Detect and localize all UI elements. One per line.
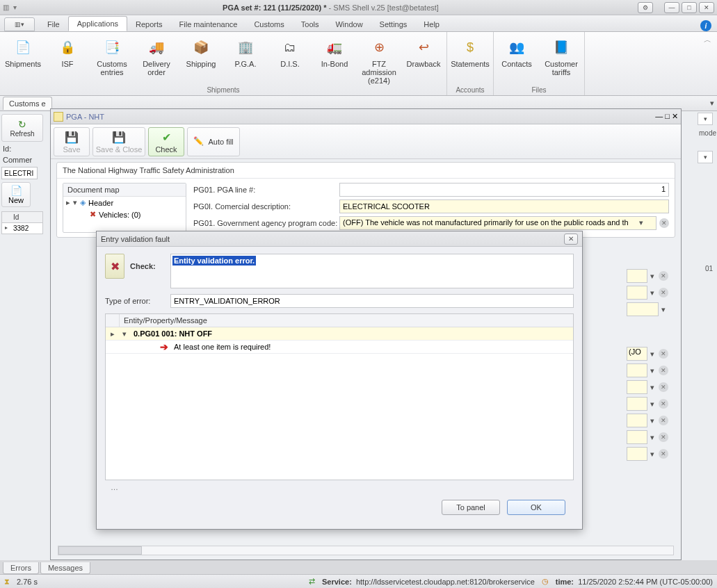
ribbon-item-shipping[interactable]: 📦Shipping (181, 33, 221, 68)
id-column-header: Id (10, 212, 42, 222)
clear-icon[interactable]: ✕ (659, 218, 669, 228)
settings-button[interactable]: ⚙ (638, 2, 653, 13)
child-window-title: PGA - NHT (66, 113, 104, 121)
customs-label: Customsentries (97, 60, 127, 76)
child-minimize-button[interactable]: — (655, 112, 663, 121)
ribbon-item-customs[interactable]: 📑Customsentries (92, 33, 132, 76)
info-icon[interactable]: i (700, 20, 711, 31)
commercial-label: Commer (3, 156, 32, 164)
child-maximize-button[interactable]: □ (665, 112, 670, 121)
ribbon-group-shipments: 📄Shipments🔒ISF📑Customsentries🚚Deliveryor… (0, 32, 447, 95)
statements-label: Statements (451, 60, 490, 68)
quick-access-toolbar: ▥ ▾ (3, 3, 17, 11)
error-row-group[interactable]: ▸▾ 0.PG01 001: NHT OFF (106, 327, 573, 341)
refresh-button[interactable]: ↻ Refresh (1, 114, 43, 142)
menu-reports[interactable]: Reports (127, 17, 171, 31)
commercial-desc-input[interactable] (339, 199, 669, 213)
maximize-button[interactable]: □ (682, 2, 697, 13)
statements-icon: $ (459, 36, 481, 58)
id-label: Id: (3, 145, 11, 153)
tab-errors[interactable]: Errors (3, 562, 39, 574)
status-bar: ⧗ 2.76 s ⇄ Service: http://ldsservicetes… (0, 574, 717, 588)
auto-fill-button[interactable]: ✏️Auto fill (187, 127, 240, 156)
right-panel-collapsed: ▾ mode ▾ 01 (698, 113, 716, 557)
save-button[interactable]: 💾Save (54, 127, 90, 156)
drawback-label: Drawback (407, 60, 441, 68)
right-dropdown-1[interactable]: ▾ (698, 113, 713, 125)
to-panel-button[interactable]: To panel (442, 500, 500, 515)
customs-icon: 📑 (101, 36, 123, 58)
error-type-label: Type of error: (105, 297, 165, 305)
tariffs-icon: 📘 (550, 36, 572, 58)
check-result-icon: ✖ (105, 254, 124, 279)
jo-select[interactable]: (JO (627, 347, 647, 361)
window-titlebar: ▥ ▾ PGA set #: 121 (11/25/2020) * - SMS … (0, 0, 717, 15)
close-button[interactable]: ✕ (699, 2, 714, 13)
ribbon-item-dis[interactable]: 🗂D.I.S. (270, 33, 310, 68)
ftz-label: FTZ admission(e214) (359, 60, 399, 85)
table-row[interactable]: ▸3382 (1, 223, 43, 234)
ribbon-item-contacts[interactable]: 👥Contacts (497, 33, 537, 68)
tab-customs-entry[interactable]: Customs e (3, 97, 52, 110)
ribbon-item-ftz[interactable]: ⊕FTZ admission(e214) (359, 33, 399, 85)
right-dropdown-2[interactable]: ▾ (698, 151, 713, 163)
menu-file-maintenance[interactable]: File maintenance (171, 17, 246, 31)
check-label: Check: (130, 254, 165, 270)
save-close-button[interactable]: 💾Save & Close (92, 127, 145, 156)
tab-messages[interactable]: Messages (40, 562, 90, 574)
ribbon-item-drawback[interactable]: ↩Drawback (403, 33, 444, 68)
dialog-titlebar: Entry validation fault ✕ (97, 231, 582, 247)
inbond-label: In-Bond (321, 60, 348, 68)
collapse-ribbon-icon[interactable]: ︿ (704, 35, 711, 95)
menu-tools[interactable]: Tools (293, 17, 328, 31)
status-time: 11/25/2020 2:52:44 PM (UTC-05:00:00) (578, 578, 713, 586)
ftz-icon: ⊕ (368, 36, 390, 58)
ribbon-item-shipments[interactable]: 📄Shipments (3, 33, 43, 68)
dialog-close-button[interactable]: ✕ (564, 234, 578, 245)
pga-line-value: 1 (339, 183, 669, 197)
menu-settings[interactable]: Settings (371, 17, 416, 31)
dialog-validation-fault: Entry validation fault ✕ ✖ Check: Entity… (96, 231, 583, 530)
ribbon-item-delivery[interactable]: 🚚Deliveryorder (136, 33, 177, 76)
menu-help[interactable]: Help (415, 17, 448, 31)
bottom-tabs: Errors Messages (0, 560, 92, 574)
qat-dropdown-icon[interactable]: ▾ (13, 3, 17, 11)
horizontal-scrollbar[interactable] (58, 546, 674, 555)
docmap-row-header[interactable]: ▸▾ ◈ Header (63, 197, 186, 209)
ok-button[interactable]: OK (507, 500, 565, 515)
app-menu-button[interactable]: ▥▾ (4, 17, 35, 31)
menu-window[interactable]: Window (327, 17, 371, 31)
docmap-row-vehicles[interactable]: ✖ Vehicles: (0) (63, 209, 186, 220)
menu-file[interactable]: File (39, 17, 68, 31)
delivery-icon: 🚚 (145, 36, 168, 58)
ribbon-item-statements[interactable]: $Statements (450, 33, 490, 68)
grid-header: Entity/Property/Message (120, 314, 211, 327)
contacts-icon: 👥 (506, 36, 528, 58)
minimize-button[interactable]: — (664, 2, 679, 13)
qat-app-icon: ▥ (3, 3, 9, 11)
new-button[interactable]: 📄 New (1, 182, 31, 207)
tab-overflow-icon[interactable]: ▾ (710, 99, 714, 108)
arrow-right-icon: ➔ (160, 341, 167, 352)
mode-label: mode (698, 129, 716, 137)
menu-applications[interactable]: Applications (68, 16, 127, 31)
ribbon-item-inbond[interactable]: 🚛In-Bond (314, 33, 355, 68)
commercial-input[interactable] (1, 167, 38, 179)
ribbon-item-pga[interactable]: 🏢P.G.A. (225, 33, 266, 68)
error-grid: Entity/Property/Message ▸▾ 0.PG01 001: N… (105, 313, 574, 480)
dialog-title: Entry validation fault (101, 235, 170, 243)
ribbon: 📄Shipments🔒ISF📑Customsentries🚚Deliveryor… (0, 32, 717, 96)
shipments-label: Shipments (5, 60, 41, 68)
agency-code-select[interactable]: (OFF) The vehicle was not manufactured p… (339, 216, 656, 230)
check-button[interactable]: ✔Check (148, 127, 184, 156)
error-type-input[interactable] (170, 294, 574, 308)
progress-icon: ⧗ (4, 577, 10, 586)
error-row-message[interactable]: ➔ At least one item is required! (106, 341, 573, 354)
ribbon-item-isf[interactable]: 🔒ISF (47, 33, 88, 68)
menu-customs[interactable]: Customs (245, 17, 292, 31)
ribbon-item-tariffs[interactable]: 📘Customertariffs (541, 33, 581, 76)
contacts-label: Contacts (501, 60, 531, 68)
agency-code-label: PG01. Government agency program code: (193, 219, 339, 227)
child-close-button[interactable]: ✕ (672, 112, 678, 121)
shipping-icon: 📦 (190, 36, 212, 58)
